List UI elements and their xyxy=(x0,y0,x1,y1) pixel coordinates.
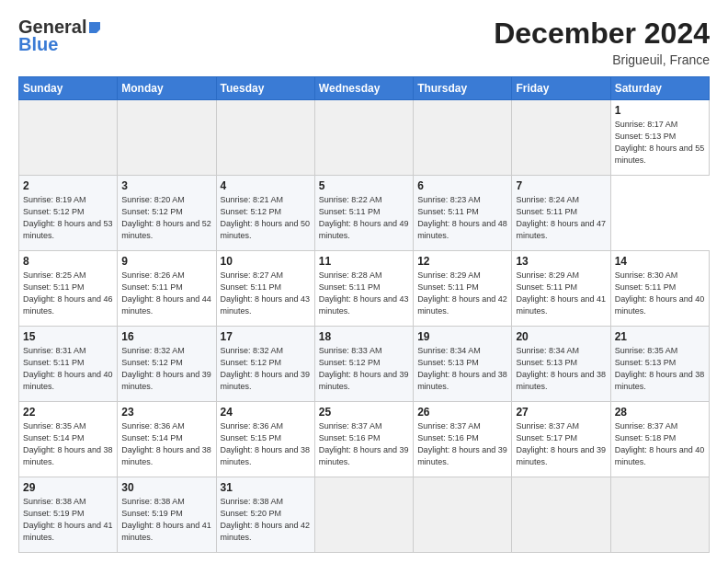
day-number: 3 xyxy=(121,179,211,192)
calendar-table: Sunday Monday Tuesday Wednesday Thursday… xyxy=(18,76,710,553)
table-row: 10Sunrise: 8:27 AMSunset: 5:11 PMDayligh… xyxy=(216,251,314,327)
svg-marker-0 xyxy=(89,22,100,33)
day-info: Sunrise: 8:37 AMSunset: 5:18 PMDaylight:… xyxy=(615,420,705,468)
table-row: 15Sunrise: 8:31 AMSunset: 5:11 PMDayligh… xyxy=(19,327,118,402)
calendar-week-row: 29Sunrise: 8:38 AMSunset: 5:19 PMDayligh… xyxy=(19,477,710,553)
col-tuesday: Tuesday xyxy=(216,77,314,100)
day-number: 1 xyxy=(615,104,705,117)
day-info: Sunrise: 8:32 AMSunset: 5:12 PMDaylight:… xyxy=(221,345,311,393)
table-row: 8Sunrise: 8:25 AMSunset: 5:11 PMDaylight… xyxy=(19,251,118,327)
day-info: Sunrise: 8:36 AMSunset: 5:15 PMDaylight:… xyxy=(221,420,311,468)
col-thursday: Thursday xyxy=(414,77,512,100)
table-row: 1Sunrise: 8:17 AMSunset: 5:13 PMDaylight… xyxy=(610,100,709,176)
day-number: 14 xyxy=(615,255,705,268)
empty-cell xyxy=(118,100,216,176)
table-row: 11Sunrise: 8:28 AMSunset: 5:11 PMDayligh… xyxy=(314,251,413,327)
table-row: 6Sunrise: 8:23 AMSunset: 5:11 PMDaylight… xyxy=(414,176,512,251)
empty-cell xyxy=(414,100,512,176)
empty-cell xyxy=(314,477,413,553)
day-info: Sunrise: 8:38 AMSunset: 5:19 PMDaylight:… xyxy=(23,496,113,544)
table-row: 2Sunrise: 8:19 AMSunset: 5:12 PMDaylight… xyxy=(19,176,118,251)
day-info: Sunrise: 8:35 AMSunset: 5:13 PMDaylight:… xyxy=(615,345,705,393)
day-number: 8 xyxy=(23,255,113,268)
table-row: 24Sunrise: 8:36 AMSunset: 5:15 PMDayligh… xyxy=(216,402,314,477)
empty-cell xyxy=(512,100,610,176)
table-row: 17Sunrise: 8:32 AMSunset: 5:12 PMDayligh… xyxy=(216,327,314,402)
day-info: Sunrise: 8:26 AMSunset: 5:11 PMDaylight:… xyxy=(121,270,211,317)
day-info: Sunrise: 8:29 AMSunset: 5:11 PMDaylight:… xyxy=(417,270,507,317)
day-info: Sunrise: 8:19 AMSunset: 5:12 PMDaylight:… xyxy=(23,194,113,242)
table-row: 9Sunrise: 8:26 AMSunset: 5:11 PMDaylight… xyxy=(118,251,216,327)
day-number: 22 xyxy=(23,406,113,419)
day-number: 5 xyxy=(319,179,409,192)
day-number: 17 xyxy=(221,330,311,343)
table-row: 19Sunrise: 8:34 AMSunset: 5:13 PMDayligh… xyxy=(414,327,512,402)
table-row: 21Sunrise: 8:35 AMSunset: 5:13 PMDayligh… xyxy=(610,327,709,402)
empty-cell xyxy=(414,477,512,553)
day-number: 19 xyxy=(417,330,507,343)
table-row: 25Sunrise: 8:37 AMSunset: 5:16 PMDayligh… xyxy=(314,402,413,477)
table-row: 16Sunrise: 8:32 AMSunset: 5:12 PMDayligh… xyxy=(118,327,216,402)
day-number: 25 xyxy=(319,406,409,419)
title-block: December 2024 Brigueuil, France xyxy=(494,17,710,67)
empty-cell xyxy=(19,100,118,176)
day-number: 16 xyxy=(121,330,211,343)
table-row: 22Sunrise: 8:35 AMSunset: 5:14 PMDayligh… xyxy=(19,402,118,477)
table-row: 27Sunrise: 8:37 AMSunset: 5:17 PMDayligh… xyxy=(512,402,610,477)
day-info: Sunrise: 8:35 AMSunset: 5:14 PMDaylight:… xyxy=(23,420,113,468)
day-info: Sunrise: 8:22 AMSunset: 5:11 PMDaylight:… xyxy=(319,194,409,242)
table-row: 26Sunrise: 8:37 AMSunset: 5:16 PMDayligh… xyxy=(414,402,512,477)
table-row: 23Sunrise: 8:36 AMSunset: 5:14 PMDayligh… xyxy=(118,402,216,477)
day-info: Sunrise: 8:34 AMSunset: 5:13 PMDaylight:… xyxy=(417,345,507,393)
day-info: Sunrise: 8:36 AMSunset: 5:14 PMDaylight:… xyxy=(121,420,211,468)
day-number: 11 xyxy=(319,255,409,268)
month-title: December 2024 xyxy=(494,17,710,51)
logo: General Blue xyxy=(18,17,103,55)
table-row: 12Sunrise: 8:29 AMSunset: 5:11 PMDayligh… xyxy=(414,251,512,327)
day-number: 2 xyxy=(23,179,113,192)
day-info: Sunrise: 8:32 AMSunset: 5:12 PMDaylight:… xyxy=(121,345,211,393)
day-number: 31 xyxy=(221,481,311,494)
day-info: Sunrise: 8:33 AMSunset: 5:12 PMDaylight:… xyxy=(319,345,409,393)
day-info: Sunrise: 8:30 AMSunset: 5:11 PMDaylight:… xyxy=(615,270,705,317)
day-info: Sunrise: 8:38 AMSunset: 5:19 PMDaylight:… xyxy=(121,496,211,544)
table-row: 20Sunrise: 8:34 AMSunset: 5:13 PMDayligh… xyxy=(512,327,610,402)
day-number: 21 xyxy=(615,330,705,343)
calendar-week-row: 15Sunrise: 8:31 AMSunset: 5:11 PMDayligh… xyxy=(19,327,710,402)
calendar-week-row: 8Sunrise: 8:25 AMSunset: 5:11 PMDaylight… xyxy=(19,251,710,327)
col-sunday: Sunday xyxy=(19,77,118,100)
col-friday: Friday xyxy=(512,77,610,100)
day-info: Sunrise: 8:28 AMSunset: 5:11 PMDaylight:… xyxy=(319,270,409,317)
calendar-week-row: 22Sunrise: 8:35 AMSunset: 5:14 PMDayligh… xyxy=(19,402,710,477)
col-wednesday: Wednesday xyxy=(314,77,413,100)
table-row: 4Sunrise: 8:21 AMSunset: 5:12 PMDaylight… xyxy=(216,176,314,251)
logo-blue: Blue xyxy=(18,34,58,55)
day-number: 27 xyxy=(516,406,606,419)
calendar-header-row: Sunday Monday Tuesday Wednesday Thursday… xyxy=(19,77,710,100)
table-row: 5Sunrise: 8:22 AMSunset: 5:11 PMDaylight… xyxy=(314,176,413,251)
day-number: 18 xyxy=(319,330,409,343)
calendar-week-row: 1Sunrise: 8:17 AMSunset: 5:13 PMDaylight… xyxy=(19,100,710,176)
day-number: 24 xyxy=(221,406,311,419)
day-info: Sunrise: 8:24 AMSunset: 5:11 PMDaylight:… xyxy=(516,194,606,242)
day-number: 30 xyxy=(121,481,211,494)
table-row: 29Sunrise: 8:38 AMSunset: 5:19 PMDayligh… xyxy=(19,477,118,553)
day-number: 4 xyxy=(221,179,311,192)
day-number: 29 xyxy=(23,481,113,494)
day-number: 15 xyxy=(23,330,113,343)
day-number: 20 xyxy=(516,330,606,343)
table-row: 28Sunrise: 8:37 AMSunset: 5:18 PMDayligh… xyxy=(610,402,709,477)
empty-cell xyxy=(610,477,709,553)
day-info: Sunrise: 8:37 AMSunset: 5:16 PMDaylight:… xyxy=(417,420,507,468)
table-row: 14Sunrise: 8:30 AMSunset: 5:11 PMDayligh… xyxy=(610,251,709,327)
day-number: 23 xyxy=(121,406,211,419)
table-row: 31Sunrise: 8:38 AMSunset: 5:20 PMDayligh… xyxy=(216,477,314,553)
day-info: Sunrise: 8:25 AMSunset: 5:11 PMDaylight:… xyxy=(23,270,113,317)
table-row: 7Sunrise: 8:24 AMSunset: 5:11 PMDaylight… xyxy=(512,176,610,251)
day-info: Sunrise: 8:17 AMSunset: 5:13 PMDaylight:… xyxy=(615,119,705,167)
col-monday: Monday xyxy=(118,77,216,100)
table-row: 13Sunrise: 8:29 AMSunset: 5:11 PMDayligh… xyxy=(512,251,610,327)
empty-cell xyxy=(512,477,610,553)
day-info: Sunrise: 8:20 AMSunset: 5:12 PMDaylight:… xyxy=(121,194,211,242)
day-info: Sunrise: 8:37 AMSunset: 5:16 PMDaylight:… xyxy=(319,420,409,468)
